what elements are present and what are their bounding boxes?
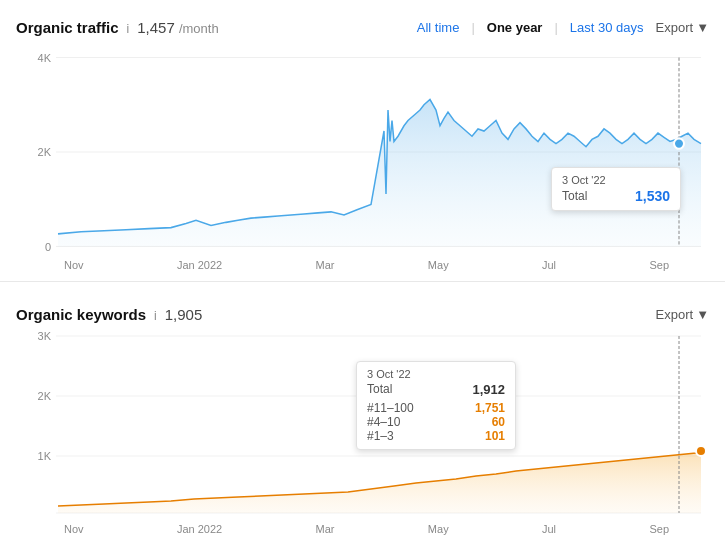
x-label-jan: Jan 2022 [177,259,222,271]
svg-text:4K: 4K [38,51,52,63]
section-divider [0,281,725,282]
svg-text:3K: 3K [38,331,52,342]
keywords-x-axis: Nov Jan 2022 Mar May Jul Sep [16,521,709,535]
keywords-export-label: Export [656,307,694,322]
kw-total-label: Total [367,382,392,397]
svg-point-16 [696,446,706,456]
filter-all-time[interactable]: All time [409,16,468,39]
x-label-may: May [428,259,449,271]
keywords-header: Organic keywords i 1,905 Export ▼ [16,306,709,323]
keywords-export-button[interactable]: Export ▼ [656,307,709,322]
traffic-tooltip-value: 1,530 [635,188,670,204]
traffic-value: 1,457 /month [137,19,218,36]
keywords-chart: 3K 2K 1K 3 Oct '22 Total 1,912 #11–100 1… [16,331,709,521]
keywords-tooltip: 3 Oct '22 Total 1,912 #11–100 1,751 #4–1… [356,361,516,450]
kw-tooltip-date: 3 Oct '22 [367,368,505,380]
kw-row-2-value: 101 [485,429,505,443]
kw-x-jul: Jul [542,523,556,535]
filter-one-year[interactable]: One year [479,16,551,39]
x-label-mar: Mar [316,259,335,271]
svg-text:0: 0 [45,240,51,252]
keywords-title: Organic keywords [16,306,146,323]
divider-1: | [471,20,474,35]
x-label-jul: Jul [542,259,556,271]
traffic-tooltip-label: Total [562,189,587,203]
keywords-title-group: Organic keywords i 1,905 [16,306,202,323]
kw-row-0-value: 1,751 [475,401,505,415]
chevron-down-icon-kw: ▼ [696,307,709,322]
svg-point-7 [674,138,684,149]
x-label-nov: Nov [64,259,84,271]
traffic-x-axis: Nov Jan 2022 Mar May Jul Sep [16,257,709,271]
svg-text:2K: 2K [38,146,52,158]
keywords-value: 1,905 [165,306,203,323]
x-label-sep: Sep [649,259,669,271]
traffic-unit: /month [179,21,219,36]
kw-x-sep: Sep [649,523,669,535]
keywords-section: Organic keywords i 1,905 Export ▼ 3K 2 [0,290,725,535]
traffic-title-group: Organic traffic i 1,457 /month [16,19,219,36]
traffic-controls: All time | One year | Last 30 days Expor… [409,16,709,39]
traffic-export-label: Export [656,20,694,35]
traffic-tooltip-date: 3 Oct '22 [562,174,670,186]
svg-text:1K: 1K [38,450,52,462]
filter-last-30[interactable]: Last 30 days [562,16,652,39]
traffic-info-icon[interactable]: i [127,22,130,36]
kw-row-1-label: #4–10 [367,415,400,429]
keywords-info-icon[interactable]: i [154,309,157,323]
traffic-title: Organic traffic [16,19,119,36]
chevron-down-icon: ▼ [696,20,709,35]
traffic-export-button[interactable]: Export ▼ [656,20,709,35]
kw-total-value: 1,912 [472,382,505,397]
kw-x-may: May [428,523,449,535]
kw-x-mar: Mar [316,523,335,535]
kw-x-jan: Jan 2022 [177,523,222,535]
traffic-section: Organic traffic i 1,457 /month All time … [0,0,725,271]
traffic-chart: 4K 2K 0 3 Oct '22 Total 1,530 [16,47,709,257]
svg-text:2K: 2K [38,390,52,402]
divider-2: | [554,20,557,35]
traffic-tooltip: 3 Oct '22 Total 1,530 [551,167,681,211]
kw-x-nov: Nov [64,523,84,535]
traffic-number: 1,457 [137,19,175,36]
kw-row-1-value: 60 [492,415,505,429]
kw-row-2-label: #1–3 [367,429,394,443]
traffic-header: Organic traffic i 1,457 /month All time … [16,16,709,39]
kw-row-0-label: #11–100 [367,401,414,415]
